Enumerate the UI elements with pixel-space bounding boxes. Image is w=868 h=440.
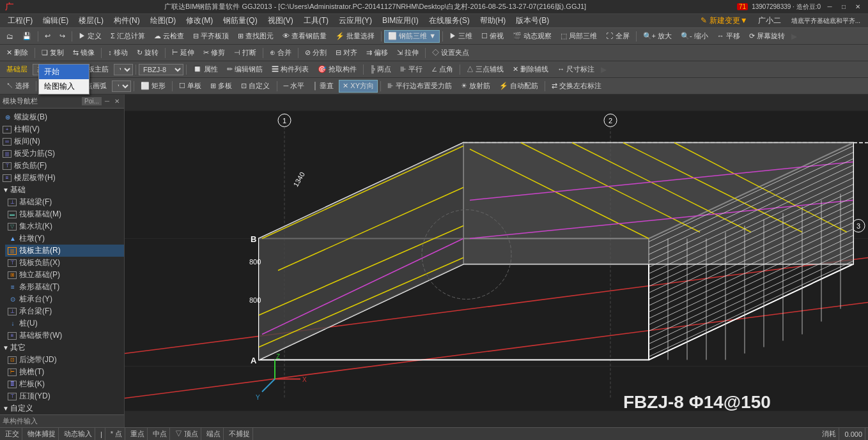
define-btn[interactable]: ▶ 定义 <box>75 30 105 43</box>
mirror-btn[interactable]: ⇆ 镜像 <box>69 47 98 59</box>
status-top[interactable]: ▽ 顶点 <box>173 428 201 440</box>
cloud-check-btn[interactable]: ☁ 云检查 <box>150 30 188 43</box>
single-btn[interactable]: ☐ 单板 <box>175 80 205 93</box>
tree-main-rebar[interactable]: ||| 筏板主筋(R) <box>5 245 124 257</box>
status-nosnap[interactable]: 不捕捉 <box>226 428 253 440</box>
tree-col-base[interactable]: ▲ 柱墩(Y) <box>5 232 124 245</box>
zoom-out-btn[interactable]: 🔍- 缩小 <box>677 30 712 43</box>
tree-cap-beam[interactable]: ⊥ 承台梁(F) <box>5 305 124 317</box>
tree-group-custom[interactable]: ▼ 自定义 <box>0 402 124 414</box>
tree-pile-cap[interactable]: ⊙ 桩承台(Y) <box>5 293 124 305</box>
radial-btn[interactable]: ☀ 放射筋 <box>457 80 494 93</box>
extend-btn[interactable]: ⊢ 延伸 <box>168 47 198 59</box>
rotate-btn[interactable]: ⟳ 屏幕旋转 <box>745 30 789 43</box>
tree-floor-band[interactable]: ≡ 楼层板带(H) <box>0 172 124 184</box>
menu-edit[interactable]: 编辑(E) <box>38 14 74 27</box>
open-btn[interactable]: 🗂 <box>3 30 17 43</box>
tree-spiral[interactable]: ⊛ 螺旋板(B) <box>0 111 124 123</box>
menu-project[interactable]: 工程(F) <box>3 14 38 27</box>
set-vertex-btn[interactable]: ◇ 设置夹点 <box>428 47 473 59</box>
menu-component[interactable]: 构件(N) <box>109 14 145 27</box>
tree-group-other[interactable]: ▼ 其它 <box>0 342 124 354</box>
tree-cantilever[interactable]: ⊢ 挑檐(T) <box>5 366 124 378</box>
tree-balustrade[interactable]: ≣ 栏板(K) <box>5 378 124 390</box>
panel-input[interactable]: Poi... <box>82 97 102 105</box>
tree-neg-rebar[interactable]: ⊤ 板负筋(F) <box>0 160 124 172</box>
tree-base-beam[interactable]: ⊥ 基础梁(F) <box>5 196 124 208</box>
menu-version[interactable]: 版本号(B) <box>511 14 554 27</box>
top-view-btn[interactable]: ☐ 俯视 <box>477 30 508 43</box>
status-dynamic[interactable]: 动态输入 <box>61 428 95 440</box>
tree-pit[interactable]: ▽ 集水坑(K) <box>5 220 124 232</box>
copy-btn[interactable]: ❏ 复制 <box>38 47 68 59</box>
save-btn[interactable]: 💾 <box>19 30 35 43</box>
vert-btn[interactable]: │ 垂直 <box>309 80 337 93</box>
undo-btn[interactable]: ↩ <box>41 30 54 43</box>
panel-close[interactable]: ✕ <box>112 97 121 105</box>
dim-btn[interactable]: ↔ 尺寸标注 <box>554 63 598 76</box>
rotate-op-btn[interactable]: ↻ 旋转 <box>133 47 162 59</box>
shape-select[interactable]: ▼ <box>112 80 131 92</box>
tree-force-rebar[interactable]: ||| 板受力筋(S) <box>0 148 124 160</box>
menu-floor[interactable]: 楼层(L) <box>74 14 109 27</box>
offset-btn[interactable]: ⇉ 偏移 <box>362 47 392 59</box>
tree-cap[interactable]: + 柱帽(V) <box>0 123 124 135</box>
status-heavy[interactable]: 重点 <box>128 428 148 440</box>
rebar-3d-btn[interactable]: ⬜ 钢筋三维 ▼ <box>384 30 440 43</box>
minimize-button[interactable]: ─ <box>825 3 835 11</box>
status-point[interactable]: * 点 <box>108 428 125 440</box>
split-btn[interactable]: ⊘ 分割 <box>301 47 330 59</box>
maximize-button[interactable]: □ <box>839 3 849 11</box>
menu-cloud[interactable]: 云应用(Y) <box>334 14 377 27</box>
menu-view[interactable]: 视图(V) <box>263 14 298 27</box>
redo-btn[interactable]: ↪ <box>56 30 69 43</box>
rect-btn[interactable]: ⬜ 矩形 <box>137 80 169 93</box>
tree-base-band[interactable]: ≡ 基础板带(W) <box>5 330 124 342</box>
tree-raft[interactable]: ▬ 筏板基础(M) <box>5 208 124 220</box>
edit-rebar-btn[interactable]: ✏ 编辑钢筋 <box>223 63 267 76</box>
menu-rebar[interactable]: 钢筋量(Q) <box>218 14 262 27</box>
rebar-type-select[interactable]: ▼ <box>114 64 133 75</box>
3d-btn[interactable]: ▶ 三维 <box>446 30 476 43</box>
menu-online[interactable]: 在线服务(S) <box>424 14 475 27</box>
view-rebar-btn[interactable]: 👁 查看钢筋量 <box>279 30 330 43</box>
tree-between[interactable]: ═ 板间(N) <box>0 135 124 148</box>
tree-standalone[interactable]: ⊞ 独立基础(P) <box>5 269 124 281</box>
align-btn[interactable]: ⊟ 对齐 <box>332 47 361 59</box>
menu-tools[interactable]: 工具(T) <box>298 14 334 27</box>
local-3d-btn[interactable]: ⬚ 局部三维 <box>557 30 601 43</box>
pick-comp-btn[interactable]: 🎯 抢取构件 <box>314 63 360 76</box>
comp-list-btn[interactable]: ☰ 构件列表 <box>268 63 313 76</box>
select-btn[interactable]: ↖ 选择 <box>3 80 33 93</box>
parallel-rebar-btn[interactable]: ⊪ 平行边布置受力筋 <box>384 80 456 93</box>
tree-pile[interactable]: ↓ 桩(U) <box>5 317 124 330</box>
exchange-btn[interactable]: ⇄ 交换左右标注 <box>548 80 605 93</box>
status-ortho[interactable]: 正交 <box>3 428 22 440</box>
menu-modify[interactable]: 修改(M) <box>181 14 218 27</box>
two-point-btn[interactable]: ╠ 两点 <box>366 63 395 76</box>
status-end[interactable]: 端点 <box>204 428 224 440</box>
custom-draw-btn[interactable]: ⊡ 自定义 <box>237 80 274 93</box>
move-btn[interactable]: ↕ 移动 <box>104 47 132 59</box>
canvas-area[interactable]: 1 2 3 <box>125 95 868 427</box>
panel-minimize[interactable]: ─ <box>103 97 111 105</box>
parallel-line-btn[interactable]: ⊪ 平行 <box>396 63 426 76</box>
tree-group-base[interactable]: ▼ 基础 <box>0 184 124 196</box>
prop-btn[interactable]: 🔲 属性 <box>189 63 222 76</box>
xy-btn[interactable]: ✕ XY方向 <box>339 80 378 93</box>
three-point-aux-btn[interactable]: △ 三点辅线 <box>463 63 508 76</box>
status-mid[interactable]: 中点 <box>150 428 170 440</box>
align-top-btn[interactable]: ⊟ 平齐板顶 <box>189 30 233 43</box>
multi-btn[interactable]: ⊞ 多板 <box>206 80 236 93</box>
tree-neg-raft[interactable]: ⊤ 筏板负筋(X) <box>5 257 124 269</box>
batch-select-btn[interactable]: ⚡ 批量选择 <box>332 30 378 43</box>
horiz-btn[interactable]: ─ 水平 <box>280 80 309 93</box>
menu-new-change[interactable]: ✎ 新建变更▼ <box>695 14 752 27</box>
delete-btn[interactable]: ✕ 删除 <box>3 47 32 59</box>
dynamic-btn[interactable]: 🎬 动态观察 <box>509 30 555 43</box>
auto-btn[interactable]: ⚡ 自动配筋 <box>495 80 542 93</box>
delete-aux-btn[interactable]: ✕ 删除辅线 <box>509 63 552 76</box>
menu-draw[interactable]: 绘图(D) <box>145 14 182 27</box>
fbzj-select[interactable]: FBZJ-8 <box>139 64 183 75</box>
angle-point-btn[interactable]: ∠ 点角 <box>428 63 457 76</box>
